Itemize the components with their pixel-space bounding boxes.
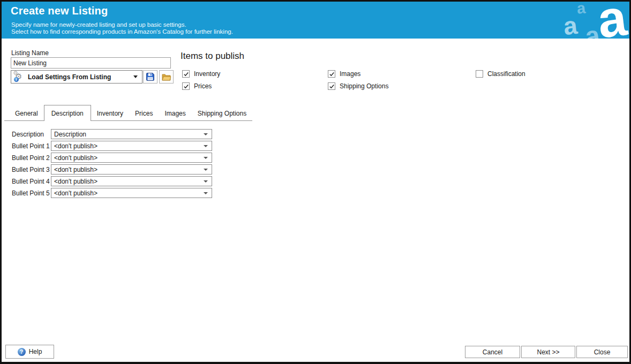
form-row-bullet-point-4: Bullet Point 4 <don't publish> (12, 176, 212, 186)
tab-general[interactable]: General (9, 107, 44, 120)
listing-name-label: Listing Name (11, 49, 49, 57)
form-row-description: Description Description (12, 129, 212, 139)
checkbox-label: Prices (194, 82, 212, 90)
folder-open-icon (162, 73, 171, 81)
cancel-button[interactable]: Cancel (465, 346, 520, 358)
check-icon (183, 84, 189, 89)
tab-inventory[interactable]: Inventory (91, 107, 129, 120)
create-new-listing-dialog: Create new Listing Specify name for newl… (0, 0, 631, 364)
form-row-bullet-point-2: Bullet Point 2 <don't publish> (12, 153, 212, 163)
row-label: Bullet Point 4 (12, 178, 51, 185)
description-form: Description Description Bullet Point 1 <… (12, 129, 212, 200)
page-title: Create new Listing (11, 5, 108, 17)
chevron-down-icon (204, 157, 208, 159)
chevron-down-icon (204, 180, 208, 183)
description-dropdown[interactable]: Description (51, 129, 212, 139)
checkbox-box[interactable] (328, 82, 335, 90)
checkbox-shipping-options[interactable]: Shipping Options (328, 82, 388, 90)
header-subtitle-line1: Specify name for newly-created listing a… (11, 21, 186, 28)
check-icon (329, 71, 335, 77)
row-label: Bullet Point 3 (12, 166, 51, 173)
checkbox-prices[interactable]: Prices (182, 82, 212, 90)
close-button[interactable]: Close (576, 346, 628, 358)
check-icon (329, 84, 335, 89)
form-row-bullet-point-3: Bullet Point 3 <don't publish> (12, 164, 212, 175)
row-label: Bullet Point 2 (12, 154, 51, 162)
dropdown-value: <don't publish> (54, 178, 97, 185)
dropdown-value: <don't publish> (54, 142, 97, 150)
checkbox-images[interactable]: Images (328, 70, 360, 78)
dropdown-value: <don't publish> (54, 189, 97, 197)
row-label: Bullet Point 1 (12, 142, 51, 150)
chevron-down-icon (204, 192, 208, 194)
save-settings-button[interactable] (143, 70, 157, 84)
bullet-point-3-dropdown[interactable]: <don't publish> (51, 164, 212, 175)
checkbox-label: Shipping Options (340, 82, 388, 90)
question-mark-icon: ? (18, 348, 26, 356)
load-from-file-button[interactable] (159, 70, 174, 84)
checkbox-box[interactable] (182, 70, 190, 78)
checkbox-classification[interactable]: Classification (476, 70, 525, 78)
tab-prices[interactable]: Prices (129, 107, 159, 120)
dialog-header: Create new Listing Specify name for newl… (2, 2, 629, 39)
listing-name-input[interactable] (11, 57, 171, 69)
checkbox-label: Classification (487, 70, 525, 78)
tab-shipping-options[interactable]: Shipping Options (192, 107, 252, 120)
checkbox-label: Images (340, 70, 360, 78)
bullet-point-5-dropdown[interactable]: <don't publish> (51, 188, 212, 198)
chevron-down-icon (133, 75, 138, 78)
help-button[interactable]: ? Help (5, 345, 54, 359)
amazon-a-logo: a (562, 13, 579, 39)
gears-info-icon: ⚙ ⚙ i (14, 72, 25, 82)
tab-description[interactable]: Description (44, 105, 91, 121)
amazon-a-logo: a (595, 2, 629, 39)
row-label: Bullet Point 5 (12, 189, 51, 197)
checkbox-box[interactable] (182, 82, 190, 90)
form-row-bullet-point-1: Bullet Point 1 <don't publish> (12, 141, 212, 151)
chevron-down-icon (204, 145, 208, 147)
chevron-down-icon (204, 169, 208, 171)
items-to-publish-heading: Items to publish (181, 51, 244, 62)
next-button[interactable]: Next >> (521, 346, 575, 358)
floppy-disk-icon (146, 72, 155, 81)
header-subtitle-line2: Select how to find corresponding product… (11, 28, 233, 35)
checkbox-box[interactable] (476, 70, 483, 78)
dropdown-value: <don't publish> (54, 166, 97, 173)
row-label: Description (12, 131, 51, 138)
tab-images[interactable]: Images (159, 107, 191, 120)
checkbox-inventory[interactable]: Inventory (182, 70, 220, 78)
help-button-label: Help (29, 348, 42, 355)
check-icon (183, 71, 189, 77)
checkbox-label: Inventory (194, 70, 220, 78)
amazon-a-logo: a (576, 2, 587, 17)
bullet-point-1-dropdown[interactable]: <don't publish> (51, 141, 212, 151)
dropdown-value: <don't publish> (54, 154, 97, 162)
bullet-point-4-dropdown[interactable]: <don't publish> (51, 176, 212, 186)
load-settings-label: Load Settings From Listing (28, 73, 111, 81)
chevron-down-icon (204, 133, 208, 135)
tab-strip: General Description Inventory Prices Ima… (4, 105, 252, 121)
checkbox-box[interactable] (328, 70, 335, 78)
bullet-point-2-dropdown[interactable]: <don't publish> (51, 153, 212, 163)
dropdown-value: Description (54, 131, 86, 138)
load-settings-dropdown[interactable]: ⚙ ⚙ i Load Settings From Listing (11, 70, 142, 84)
form-row-bullet-point-5: Bullet Point 5 <don't publish> (12, 188, 212, 198)
